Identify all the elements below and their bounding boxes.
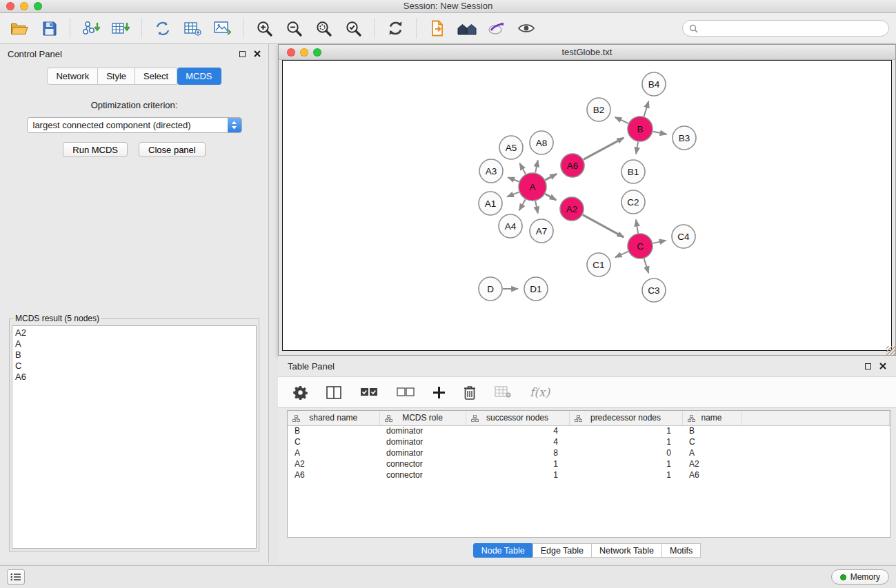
table-row[interactable]: A6connector11A6: [288, 469, 890, 480]
table-cell[interactable]: 1: [569, 469, 682, 480]
zoom-out-button[interactable]: [281, 16, 306, 41]
memory-button[interactable]: Memory: [831, 569, 889, 585]
network-close-button[interactable]: [287, 48, 295, 57]
graph-edge-B-B4[interactable]: [644, 101, 649, 116]
close-panel-icon[interactable]: [254, 50, 261, 57]
table-cell[interactable]: connector: [379, 469, 466, 480]
table-row[interactable]: Bdominator41B: [288, 425, 890, 436]
tab-mcds[interactable]: MCDS: [177, 68, 221, 85]
select-all-button[interactable]: [360, 387, 378, 397]
graph-edge-A-A3[interactable]: [508, 177, 519, 181]
table-cell[interactable]: A: [288, 447, 379, 458]
graph-edge-B-B1[interactable]: [636, 142, 638, 154]
table-cell[interactable]: B: [288, 425, 379, 436]
mcds-result-item[interactable]: C: [15, 361, 253, 372]
graph-edge-C-C3[interactable]: [644, 258, 649, 273]
tab-network[interactable]: Network: [47, 68, 98, 85]
close-table-panel-icon[interactable]: [879, 363, 886, 369]
graph-edge-A2-C[interactable]: [583, 215, 624, 237]
table-cell[interactable]: C: [288, 436, 379, 447]
optimization-criterion-dropdown[interactable]: largest connected component (directed): [27, 117, 242, 133]
table-row[interactable]: A2connector11A2: [288, 458, 890, 469]
network-zoom-button[interactable]: [313, 48, 321, 57]
run-mcds-button[interactable]: Run MCDS: [63, 142, 128, 157]
tab-select[interactable]: Select: [135, 68, 177, 85]
mcds-result-item[interactable]: A2: [15, 327, 253, 338]
table-cell[interactable]: 1: [569, 436, 682, 447]
table-cell[interactable]: 8: [466, 447, 569, 458]
graph-edge-B-B2[interactable]: [615, 117, 628, 123]
import-network-button[interactable]: [79, 16, 103, 41]
tab-node-table[interactable]: Node Table: [473, 543, 533, 558]
network-window-titlebar[interactable]: testGlobe.txt: [279, 45, 895, 60]
float-panel-icon[interactable]: [239, 51, 246, 57]
tab-network-table[interactable]: Network Table: [591, 543, 662, 558]
table-row[interactable]: Cdominator41C: [288, 436, 890, 447]
zoom-selected-button[interactable]: [341, 16, 366, 41]
deselect-all-button[interactable]: [397, 387, 415, 397]
network-minimize-button[interactable]: [300, 48, 308, 57]
table-cell[interactable]: dominator: [379, 447, 466, 458]
zoom-fit-button[interactable]: [311, 16, 336, 41]
table-cell[interactable]: 4: [466, 425, 569, 436]
show-columns-button[interactable]: [326, 386, 341, 399]
table-row[interactable]: Adominator80A: [288, 447, 890, 458]
task-history-button[interactable]: [7, 569, 25, 585]
table-cell[interactable]: 1: [569, 425, 682, 436]
table-cell[interactable]: A2: [682, 458, 741, 469]
graph-edge-A6-B[interactable]: [584, 138, 624, 160]
table-cell[interactable]: A6: [288, 469, 379, 480]
network-graph[interactable]: AA1A2A3A4A5A6A7A8BB1B2B3B4CC1C2C3C4DD1: [283, 61, 893, 352]
graph-edge-A-A6[interactable]: [546, 174, 557, 180]
table-cell[interactable]: 1: [466, 458, 569, 469]
toolbar-search-field[interactable]: [682, 20, 889, 37]
save-session-button[interactable]: [37, 16, 61, 41]
column-header-shared-name[interactable]: shared name: [288, 411, 379, 425]
table-cell[interactable]: 4: [466, 436, 569, 447]
window-resize-grip[interactable]: [886, 346, 895, 355]
mcds-result-item[interactable]: A: [15, 338, 253, 349]
refresh-view-button[interactable]: [383, 16, 408, 41]
import-table-button[interactable]: [108, 16, 133, 41]
graph-edge-B-B3[interactable]: [653, 132, 667, 134]
network-canvas[interactable]: AA1A2A3A4A5A6A7A8BB1B2B3B4CC1C2C3C4DD1: [282, 60, 892, 351]
search-input[interactable]: [701, 23, 882, 34]
open-recent-document-button[interactable]: [425, 16, 450, 41]
mcds-result-item[interactable]: B: [15, 349, 253, 361]
tab-edge-table[interactable]: Edge Table: [532, 543, 592, 558]
table-cell[interactable]: dominator: [379, 436, 466, 447]
table-cell[interactable]: 1: [569, 458, 682, 469]
table-cell[interactable]: dominator: [379, 425, 466, 436]
column-header-successor-nodes[interactable]: successor nodes: [466, 411, 569, 425]
delete-table-button[interactable]: [495, 386, 511, 398]
close-window-button[interactable]: [6, 2, 14, 10]
export-image-button[interactable]: [210, 16, 235, 41]
show-hide-graphics-button[interactable]: [514, 16, 539, 41]
function-builder-button[interactable]: f(x): [530, 385, 550, 399]
float-table-panel-icon[interactable]: [865, 363, 871, 369]
graph-edge-C-C2[interactable]: [636, 220, 638, 234]
column-header-predecessor-nodes[interactable]: predecessor nodes: [569, 411, 682, 425]
delete-row-button[interactable]: [464, 385, 476, 400]
graph-edge-A-A5[interactable]: [519, 163, 526, 174]
table-cell[interactable]: B: [682, 425, 741, 436]
table-cell[interactable]: C: [682, 436, 741, 447]
table-cell[interactable]: A2: [288, 458, 379, 469]
zoom-window-button[interactable]: [34, 2, 42, 10]
show-all-home-button[interactable]: [455, 16, 479, 41]
mcds-result-item[interactable]: A6: [15, 372, 253, 383]
graph-edge-A-A8[interactable]: [535, 160, 538, 172]
column-header-name[interactable]: name: [682, 411, 741, 425]
minimize-window-button[interactable]: [20, 2, 28, 10]
graph-edge-A-A1[interactable]: [507, 192, 519, 197]
open-file-button[interactable]: [7, 16, 32, 41]
new-table-button[interactable]: [180, 16, 205, 41]
zoom-in-button[interactable]: [252, 16, 277, 41]
table-settings-button[interactable]: [293, 385, 308, 400]
table-cell[interactable]: 1: [466, 469, 569, 480]
graph-edge-C-C4[interactable]: [653, 241, 666, 243]
add-row-button[interactable]: [433, 387, 445, 398]
table-cell[interactable]: A: [682, 447, 741, 458]
graph-edge-A-A7[interactable]: [535, 201, 538, 214]
graph-edge-A-A4[interactable]: [519, 199, 526, 210]
